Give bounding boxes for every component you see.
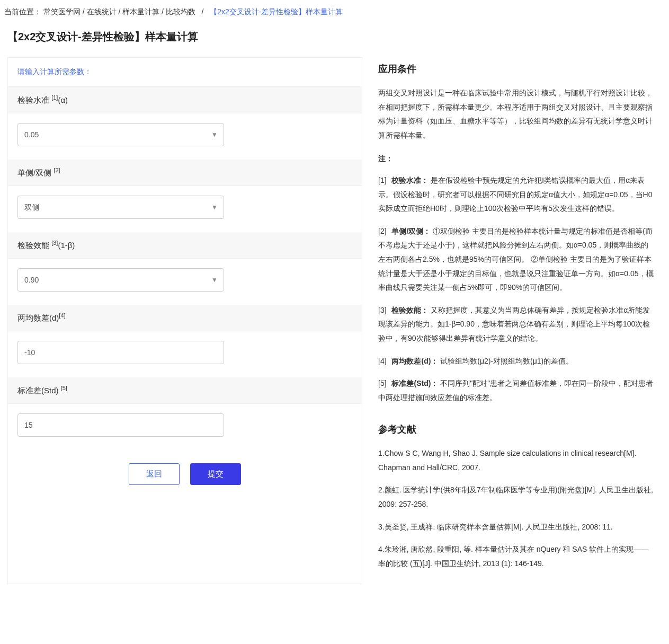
note-4: [4] 两均数差(d)： 试验组均数(μ2)-对照组均数(μ1)的差值。 (378, 354, 654, 368)
label-alpha: 检验水准 [1](α) (8, 87, 362, 113)
breadcrumb-prefix: 当前位置： (4, 7, 41, 16)
label-std: 标准差(Std) [5] (8, 377, 362, 404)
note-1: [1] 校验水准： 是在假设检验中预先规定的允许犯Ⅰ类错误概率的最大值，用α来表… (378, 173, 654, 216)
note-idx: [4] (378, 357, 387, 365)
label-power-pre: 检验效能 (17, 241, 51, 250)
label-power-sup: [3] (51, 240, 58, 246)
note-label: 注： (378, 152, 654, 166)
back-button[interactable]: 返回 (129, 463, 180, 485)
info-panel: 应用条件 两组交叉对照设计是一种在临床试验中常用的设计模式，与随机平行对照设计比… (378, 57, 662, 584)
meandiff-input[interactable] (17, 341, 224, 364)
note-idx: [2] (378, 227, 387, 235)
conditions-text: 两组交叉对照设计是一种在临床试验中常用的设计模式，与随机平行对照设计比较，在相同… (378, 86, 654, 142)
note-term: 单侧/双侧： (391, 227, 431, 235)
label-meandiff-pre: 两均数差(d) (17, 313, 59, 322)
label-meandiff: 两均数差(d)[4] (8, 305, 362, 331)
ref-1: 1.Chow S C, Wang H, Shao J. Sample size … (378, 446, 654, 474)
label-alpha-sup: [1] (51, 94, 58, 101)
label-meandiff-sup: [4] (59, 312, 65, 319)
breadcrumb: 当前位置： 常笑医学网 / 在线统计 / 样本量计算 / 比较均数 / 【2x2… (4, 5, 665, 19)
note-idx: [1] (378, 176, 387, 184)
note-body: 试验组均数(μ2)-对照组均数(μ1)的差值。 (440, 357, 573, 365)
note-term: 检验效能： (391, 306, 429, 314)
note-body: ①双侧检验 主要目的是检验样本统计量与规定的标准值是否相等(而不考虑是大于还是小… (378, 227, 654, 292)
note-idx: [5] (378, 379, 387, 387)
alpha-select[interactable]: 0.05 (17, 123, 224, 146)
ref-4: 4.朱玲湘, 唐欣然, 段重阳, 等. 样本量估计及其在 nQuery 和 SA… (378, 542, 654, 570)
label-side-pre: 单侧/双侧 (17, 168, 53, 177)
note-term: 校验水准： (391, 176, 429, 184)
note-3: [3] 检验效能： 又称把握度，其意义为当两总体确有差异，按规定检验水准α所能发… (378, 303, 654, 346)
power-select[interactable]: 0.90 (17, 268, 224, 292)
note-term: 两均数差(d)： (391, 357, 438, 365)
breadcrumb-current[interactable]: 【2x2交叉设计-差异性检验】样本量计算 (210, 7, 343, 16)
form-prompt: 请输入计算所需参数： (8, 58, 362, 87)
submit-button[interactable]: 提交 (190, 463, 241, 485)
ref-2: 2.颜虹. 医学统计学(供8年制及7年制临床医学等专业用)(附光盘)[M]. 人… (378, 483, 654, 511)
label-alpha-post: (α) (58, 95, 68, 104)
breadcrumb-sep: / (202, 7, 204, 16)
label-side: 单侧/双侧 [2] (8, 160, 362, 186)
label-side-sup: [2] (53, 167, 60, 173)
label-power-post: (1-β) (58, 241, 75, 250)
form-panel: 请输入计算所需参数： 检验水准 [1](α) 0.05 ▼ 单侧/双侧 [2] (7, 57, 362, 584)
label-std-sup: [5] (61, 385, 67, 391)
note-idx: [3] (378, 306, 387, 314)
label-std-pre: 标准差(Std) (17, 386, 61, 395)
breadcrumb-path: 常笑医学网 / 在线统计 / 样本量计算 / 比较均数 (43, 7, 195, 16)
note-term: 标准差(Std)： (391, 379, 438, 387)
heading-conditions: 应用条件 (378, 63, 654, 75)
side-select[interactable]: 双侧 (17, 196, 224, 219)
note-2: [2] 单侧/双侧： ①双侧检验 主要目的是检验样本统计量与规定的标准值是否相等… (378, 224, 654, 295)
heading-refs: 参考文献 (378, 423, 654, 436)
label-power: 检验效能 [3](1-β) (8, 232, 362, 259)
note-5: [5] 标准差(Std)： 不同序列"配对"患者之间差值标准差，即在同一阶段中，… (378, 376, 654, 404)
label-alpha-pre: 检验水准 (17, 95, 51, 104)
ref-3: 3.吴圣贤, 王成祥. 临床研究样本含量估算[M]. 人民卫生出版社, 2008… (378, 520, 654, 534)
page-title: 【2x2交叉设计-差异性检验】样本量计算 (4, 30, 665, 44)
std-input[interactable] (17, 413, 224, 437)
